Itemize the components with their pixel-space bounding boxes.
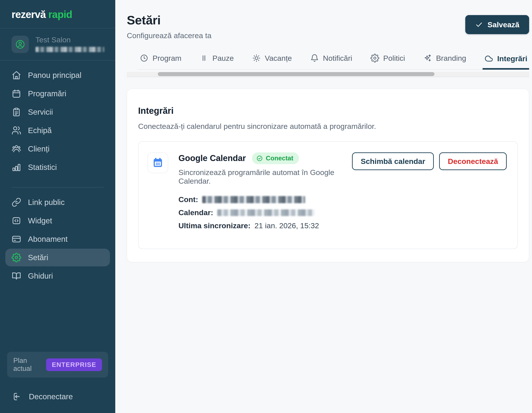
sidebar-item-statistici[interactable]: Statistici [5, 158, 110, 176]
pause-icon [200, 54, 208, 63]
sidebar-nav: Panou principal Programări Servicii Echi… [0, 60, 115, 285]
sidebar-item-echipa[interactable]: Echipă [5, 122, 110, 139]
account-label: Cont: [179, 195, 198, 204]
tab-branding[interactable]: Branding [421, 54, 468, 69]
sidebar: rezervă rapid Test Salon Panou principal… [0, 0, 115, 413]
circle-check-icon [256, 155, 263, 162]
status-badge-label: Conectat [266, 155, 293, 162]
disconnect-button[interactable]: Deconectează [439, 152, 507, 170]
sidebar-item-label: Widget [28, 216, 52, 225]
tab-label: Notificări [323, 54, 352, 63]
tab-pauze[interactable]: Pauze [198, 54, 235, 69]
last-sync-label: Ultima sincronizare: [179, 221, 250, 230]
sidebar-item-label: Echipă [28, 126, 52, 135]
tab-notificari[interactable]: Notificări [308, 54, 354, 69]
account-switcher[interactable]: Test Salon [0, 28, 115, 60]
clipboard-icon [11, 107, 21, 117]
gear-icon [370, 54, 379, 63]
plan-badge: ENTERPRISE [46, 358, 102, 371]
sidebar-item-servicii[interactable]: Servicii [5, 103, 110, 121]
info-row-account: Cont: [179, 195, 342, 204]
sidebar-item-label: Panou principal [28, 71, 81, 80]
tabs-scrollbar-track[interactable] [127, 72, 529, 77]
tab-politici[interactable]: Politici [369, 54, 407, 69]
user-circle-icon [15, 39, 25, 49]
settings-tabs: Program Pauze Vacanțe Notificări Politic… [138, 54, 529, 70]
logout-icon [12, 392, 22, 402]
sidebar-item-setari[interactable]: Setări [5, 249, 110, 266]
google-calendar-tile [147, 152, 168, 173]
check-icon [475, 21, 483, 29]
sidebar-bottom: Plan actual ENTERPRISE Deconectare [0, 352, 115, 413]
google-calendar-description: Sincronizează programările automat în Go… [179, 168, 342, 186]
google-calendar-actions: Schimbă calendar Deconectează [352, 152, 507, 170]
account-email-redacted [36, 47, 104, 52]
google-calendar-body: Google Calendar Conectat Sincronizează p… [179, 152, 342, 235]
sidebar-item-link-public[interactable]: Link public [5, 193, 110, 211]
calendar-label: Calendar: [179, 208, 213, 217]
brand-logo: rezervă rapid [0, 0, 115, 28]
avatar [11, 36, 29, 53]
last-sync-value: 21 ian. 2026, 15:32 [255, 221, 319, 230]
sidebar-item-label: Servicii [28, 108, 53, 117]
tab-program[interactable]: Program [138, 54, 183, 69]
sidebar-item-label: Programări [28, 89, 66, 98]
home-icon [11, 70, 21, 80]
save-button[interactable]: Salvează [465, 15, 529, 34]
users-group-icon [11, 144, 21, 154]
info-row-last-sync: Ultima sincronizare: 21 ian. 2026, 15:32 [179, 221, 342, 230]
sidebar-item-label: Setări [28, 253, 48, 262]
google-calendar-icon [152, 157, 164, 169]
logout-button[interactable]: Deconectare [7, 392, 108, 402]
sidebar-item-label: Link public [28, 198, 65, 207]
sidebar-item-panou-principal[interactable]: Panou principal [5, 66, 110, 84]
bar-chart-icon [11, 162, 21, 172]
tab-vacante[interactable]: Vacanțe [250, 54, 294, 69]
tab-label: Vacanțe [265, 54, 292, 63]
credit-card-icon [11, 234, 21, 244]
account-name: Test Salon [36, 36, 104, 44]
bell-icon [310, 54, 319, 63]
plan-label: Plan actual [13, 357, 46, 373]
users-icon [11, 126, 21, 135]
page-header: Setări Configurează afacerea ta Salvează [127, 13, 529, 40]
sidebar-item-label: Clienți [28, 144, 49, 153]
page-title: Setări [127, 13, 211, 27]
sidebar-item-ghiduri[interactable]: Ghiduri [5, 267, 110, 285]
sidebar-item-abonament[interactable]: Abonament [5, 230, 110, 248]
clock-icon [140, 54, 149, 63]
cloud-icon [484, 54, 493, 63]
tab-label: Integrări [497, 54, 527, 63]
google-calendar-title: Google Calendar [179, 154, 246, 163]
calendar-value-redacted [217, 209, 315, 216]
google-calendar-info: Cont: Calendar: Ultima sincronizare: 21 … [179, 195, 342, 230]
sidebar-item-programari[interactable]: Programări [5, 85, 110, 102]
gear-icon [11, 253, 21, 262]
sidebar-item-label: Abonament [28, 235, 68, 244]
change-calendar-button[interactable]: Schimbă calendar [352, 152, 434, 170]
page-subtitle: Configurează afacerea ta [127, 31, 211, 40]
book-open-icon [11, 271, 21, 281]
integrations-card: Integrări Conectează-ți calendarul pentr… [127, 89, 529, 262]
plan-box: Plan actual ENTERPRISE [7, 352, 108, 377]
sparkles-icon [423, 54, 432, 63]
sidebar-item-label: Statistici [28, 163, 57, 172]
tab-label: Branding [436, 54, 466, 63]
sidebar-divider [11, 187, 104, 188]
tab-label: Politici [383, 54, 405, 63]
code-widget-icon [11, 216, 21, 226]
sidebar-item-clienti[interactable]: Clienți [5, 140, 110, 158]
account-value-redacted [202, 196, 305, 203]
google-calendar-integration: Google Calendar Conectat Sincronizează p… [138, 141, 518, 249]
page-header-text: Setări Configurează afacerea ta [127, 13, 211, 40]
link-icon [11, 197, 21, 207]
account-info: Test Salon [36, 36, 104, 53]
integrations-heading: Integrări [138, 106, 518, 116]
sidebar-item-widget[interactable]: Widget [5, 212, 110, 230]
tab-label: Program [152, 54, 181, 63]
calendar-icon [11, 89, 21, 98]
tab-integrari[interactable]: Integrări [483, 54, 529, 70]
tab-label: Pauze [212, 54, 234, 63]
brand-logo-text: rezervă rapid [11, 9, 104, 20]
tabs-scrollbar-thumb[interactable] [158, 72, 435, 76]
